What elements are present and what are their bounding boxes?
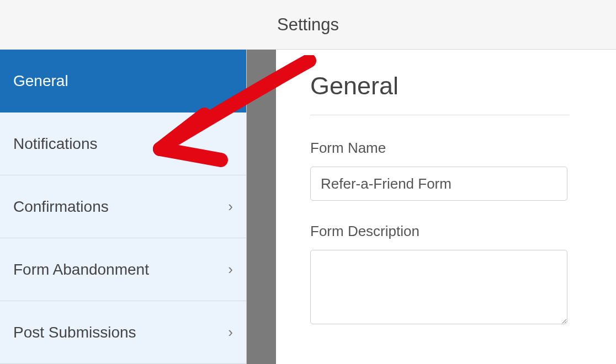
sidebar-item-label: Post Submissions [13, 324, 136, 341]
form-description-group: Form Description [310, 223, 588, 326]
sidebar-item-form-abandonment[interactable]: Form Abandonment › [0, 238, 246, 301]
sidebar-item-label: General [13, 72, 68, 90]
panel-heading: General [310, 72, 588, 100]
heading-divider [310, 115, 570, 115]
main-container: General Notifications Confirmations › Fo… [0, 50, 616, 364]
settings-header: Settings [0, 0, 616, 50]
panel-divider [247, 50, 276, 364]
page-title: Settings [277, 15, 339, 35]
chevron-right-icon: › [228, 198, 233, 215]
form-description-input[interactable] [310, 250, 567, 324]
form-name-input[interactable] [310, 167, 567, 201]
chevron-right-icon: › [228, 261, 233, 278]
sidebar-item-post-submissions[interactable]: Post Submissions › [0, 301, 246, 364]
sidebar-item-notifications[interactable]: Notifications [0, 113, 246, 175]
sidebar-item-label: Confirmations [13, 198, 109, 216]
settings-main-panel: General Form Name Form Description [276, 50, 616, 364]
sidebar-item-confirmations[interactable]: Confirmations › [0, 175, 246, 238]
chevron-right-icon: › [228, 324, 233, 341]
form-name-label: Form Name [310, 140, 588, 157]
settings-sidebar: General Notifications Confirmations › Fo… [0, 50, 247, 364]
form-description-label: Form Description [310, 223, 588, 240]
sidebar-item-general[interactable]: General [0, 50, 246, 113]
sidebar-item-label: Form Abandonment [13, 261, 149, 279]
sidebar-item-label: Notifications [13, 135, 98, 153]
form-name-group: Form Name [310, 140, 588, 201]
